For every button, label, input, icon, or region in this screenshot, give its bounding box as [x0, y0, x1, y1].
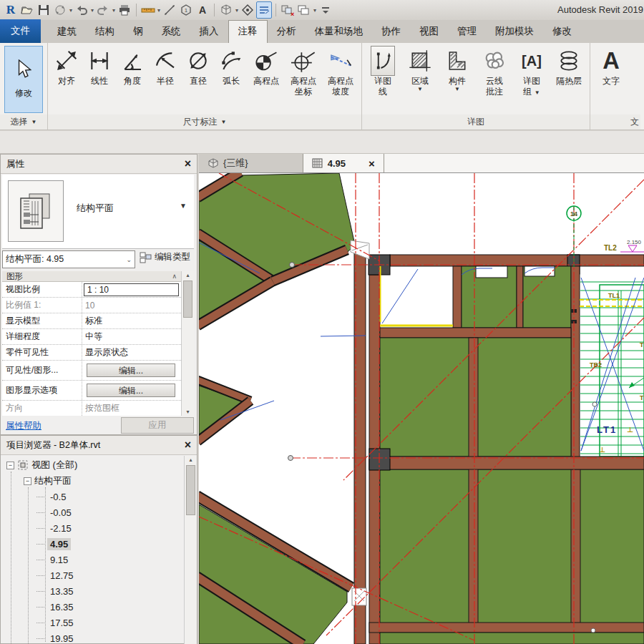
view-tab-495[interactable]: 4.95 ×: [303, 154, 384, 172]
tool-dim-radius[interactable]: 半径: [149, 44, 182, 87]
instance-selector[interactable]: 结构平面: 4.95 ⌄: [2, 250, 135, 268]
section-collapse-icon[interactable]: ∧: [172, 273, 177, 280]
view-dropdown-icon[interactable]: ▾: [235, 7, 238, 14]
tool-insulation[interactable]: 隔热层: [550, 44, 587, 87]
tool-detail-group[interactable]: [A] 详图 组 ▼: [513, 44, 550, 97]
ribbon-tab-钢[interactable]: 钢: [124, 21, 152, 43]
redo-dropdown-icon[interactable]: ▾: [112, 7, 115, 14]
undo-dropdown-icon[interactable]: ▾: [91, 7, 94, 14]
switch-windows-dropdown-icon[interactable]: ▾: [313, 7, 316, 14]
tool-dim-aligned[interactable]: 对齐: [50, 44, 83, 87]
ribbon-tab-分析[interactable]: 分析: [268, 21, 306, 43]
tool-spot-elevation[interactable]: 高程点: [248, 44, 285, 87]
ribbon-tab-插入[interactable]: 插入: [190, 21, 228, 43]
component-dropdown-icon[interactable]: ▼: [454, 87, 460, 92]
level-label[interactable]: 4.95: [47, 538, 71, 550]
properties-scrollbar[interactable]: ▴ ▾: [181, 271, 194, 416]
tool-dim-arc-length[interactable]: 弧长: [215, 44, 248, 87]
section-icon[interactable]: [240, 1, 255, 19]
property-value[interactable]: 标准: [82, 315, 181, 327]
project-browser-close-icon[interactable]: ×: [185, 439, 191, 451]
property-value[interactable]: 按范围框: [82, 402, 181, 414]
browser-scrollbar[interactable]: ▴: [184, 456, 197, 644]
properties-close-icon[interactable]: ×: [185, 158, 191, 170]
apply-button[interactable]: 应用: [121, 417, 194, 434]
revit-logo-icon[interactable]: R: [3, 1, 19, 19]
type-selector[interactable]: 结构平面 ▼: [2, 175, 194, 249]
level-label[interactable]: 17.55: [47, 617, 77, 629]
tree-level-19.95[interactable]: 19.95: [36, 631, 77, 644]
browser-scroll-thumb[interactable]: [186, 465, 195, 515]
type-selector-dropdown-icon[interactable]: ▼: [180, 202, 187, 210]
ribbon-tab-结构[interactable]: 结构: [86, 21, 124, 43]
panel-label-dimension[interactable]: 尺寸标注▼: [48, 114, 361, 130]
ribbon-tab-修改[interactable]: 修改: [543, 21, 581, 43]
collapse-icon[interactable]: −: [24, 477, 31, 485]
measure-icon[interactable]: [140, 1, 156, 19]
ribbon-tab-文件[interactable]: 文件: [0, 19, 41, 43]
view-tab-3d[interactable]: {三维}: [199, 154, 303, 172]
tag-icon[interactable]: 1: [178, 1, 194, 19]
tool-dim-linear[interactable]: 线性: [83, 44, 116, 87]
spot-elevation-annotation[interactable]: 2.150: [620, 239, 644, 252]
panel-label-select[interactable]: 选择▼: [0, 114, 47, 130]
default-3d-view-icon[interactable]: [218, 1, 234, 19]
text-icon[interactable]: A: [195, 1, 210, 19]
tool-detail-line[interactable]: 详图 线: [364, 44, 401, 97]
panel-label-text[interactable]: 文: [590, 114, 640, 130]
modify-button[interactable]: 修改: [4, 46, 43, 113]
undo-icon[interactable]: [74, 1, 89, 19]
tree-node-views[interactable]: − 视图 (全部): [6, 458, 77, 472]
open-icon[interactable]: [19, 1, 35, 19]
tree-level--0.5[interactable]: -0.5: [36, 489, 69, 504]
ribbon-tab-协作[interactable]: 协作: [372, 21, 410, 43]
switch-windows-icon[interactable]: [296, 1, 312, 19]
property-value[interactable]: 显示原状态: [82, 346, 181, 358]
tool-component[interactable]: 构件 ▼: [439, 44, 476, 92]
edit-button[interactable]: 编辑...: [87, 384, 175, 397]
property-value[interactable]: 10: [82, 301, 181, 311]
tool-dim-angle[interactable]: 角度: [116, 44, 149, 87]
tool-revision-cloud[interactable]: 云线 批注: [476, 44, 513, 97]
level-label[interactable]: 16.35: [47, 601, 77, 613]
plan-canvas[interactable]: 14 2.150 TL2 TL1 TB2 T T LT1 ⊥ ⊥: [199, 173, 644, 644]
tool-spot-coordinate[interactable]: 高程点 坐标: [285, 44, 322, 97]
edit-button[interactable]: 编辑...: [87, 364, 175, 377]
ribbon-tab-附加模块[interactable]: 附加模块: [486, 21, 543, 43]
print-icon[interactable]: [117, 1, 132, 19]
scroll-up-icon[interactable]: ▴: [185, 457, 197, 463]
property-value[interactable]: 中等: [82, 331, 181, 343]
region-dropdown-icon[interactable]: ▼: [417, 87, 423, 92]
tool-dim-diameter[interactable]: 直径: [182, 44, 215, 87]
level-label[interactable]: 12.75: [47, 570, 77, 582]
property-value[interactable]: 1 : 10: [84, 283, 179, 296]
measure-dropdown-icon[interactable]: ▾: [157, 7, 160, 14]
sync-dropdown-icon[interactable]: ▾: [69, 7, 72, 14]
tree-level-12.75[interactable]: 12.75: [36, 568, 77, 582]
ribbon-tab-建筑[interactable]: 建筑: [48, 21, 86, 43]
section-header-graphics[interactable]: 图形∧: [2, 271, 181, 282]
level-label[interactable]: 9.15: [47, 554, 71, 566]
ribbon-tab-视图[interactable]: 视图: [410, 21, 448, 43]
view-tab-close-icon[interactable]: ×: [369, 157, 375, 170]
thin-lines-icon[interactable]: [256, 1, 272, 19]
properties-scroll-thumb[interactable]: [183, 280, 192, 318]
tool-region[interactable]: 区域 ▼: [401, 44, 439, 92]
level-label[interactable]: -0.05: [47, 507, 74, 519]
level-label[interactable]: 13.35: [47, 585, 77, 597]
ribbon-tab-注释[interactable]: 注释: [228, 20, 268, 43]
detail-group-dropdown-icon[interactable]: ▼: [535, 89, 540, 96]
ribbon-tab-系统[interactable]: 系统: [152, 21, 190, 43]
tool-text[interactable]: A 文字: [592, 44, 630, 87]
collapse-icon[interactable]: −: [6, 462, 14, 469]
ribbon-tab-体量和场地[interactable]: 体量和场地: [306, 21, 373, 43]
properties-help-link[interactable]: 属性帮助: [6, 420, 42, 432]
tree-level-4.95[interactable]: 4.95: [36, 537, 71, 551]
scroll-up-icon[interactable]: ▴: [182, 272, 194, 278]
scroll-down-icon[interactable]: ▾: [182, 409, 194, 415]
tree-level-13.35[interactable]: 13.35: [36, 584, 77, 598]
tree-level-9.15[interactable]: 9.15: [36, 552, 71, 567]
ribbon-tab-管理[interactable]: 管理: [448, 21, 486, 43]
save-icon[interactable]: [36, 1, 52, 19]
redo-icon[interactable]: [95, 1, 111, 19]
